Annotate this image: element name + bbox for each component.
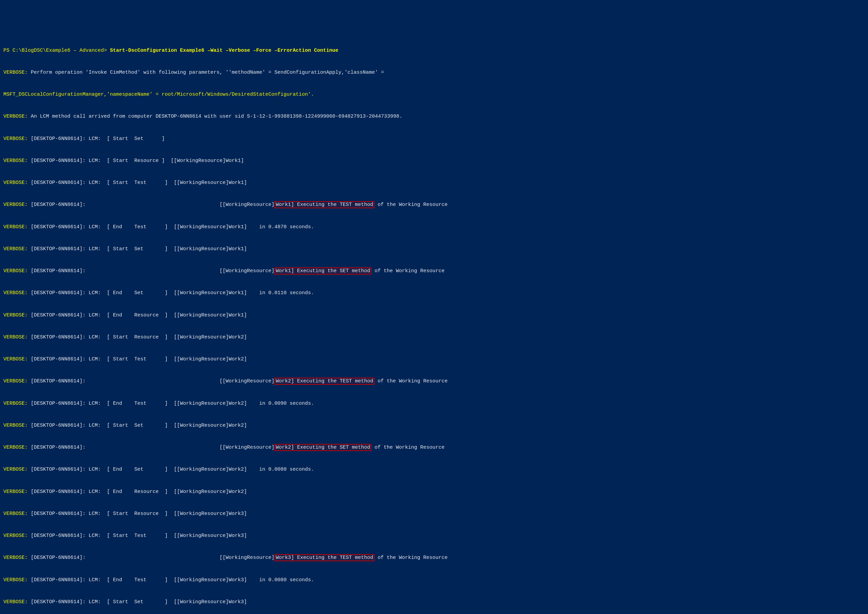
verbose-set-method-1: VERBOSE: [DESKTOP-6NN8614]: [[WorkingRes… xyxy=(3,267,865,275)
verbose-test-method-2: VERBOSE: [DESKTOP-6NN8614]: [[WorkingRes… xyxy=(3,378,865,385)
terminal-window: PS C:\BlogDSC\Example6 – Advanced> Start… xyxy=(3,32,865,614)
verbose-test-method-1: VERBOSE: [DESKTOP-6NN8614]: [[WorkingRes… xyxy=(3,201,865,209)
verbose-start-set-2: VERBOSE: [DESKTOP-6NN8614]: LCM: [ Start… xyxy=(3,422,865,429)
verbose-start-test-2: VERBOSE: [DESKTOP-6NN8614]: LCM: [ Start… xyxy=(3,356,865,363)
verbose-line-1: VERBOSE: Perform operation 'Invoke CimMe… xyxy=(3,69,865,76)
verbose-end-resource-1: VERBOSE: [DESKTOP-6NN8614]: LCM: [ End R… xyxy=(3,312,865,319)
verbose-start-resource-2: VERBOSE: [DESKTOP-6NN8614]: LCM: [ Start… xyxy=(3,334,865,341)
verbose-start-test-3: VERBOSE: [DESKTOP-6NN8614]: LCM: [ Start… xyxy=(3,532,865,540)
verbose-lcm-start-set: VERBOSE: [DESKTOP-6NN8614]: LCM: [ Start… xyxy=(3,135,865,143)
verbose-test-method-3: VERBOSE: [DESKTOP-6NN8614]: [[WorkingRes… xyxy=(3,554,865,561)
verbose-start-set-3: VERBOSE: [DESKTOP-6NN8614]: LCM: [ Start… xyxy=(3,598,865,606)
verbose-end-test-3: VERBOSE: [DESKTOP-6NN8614]: LCM: [ End T… xyxy=(3,577,865,584)
verbose-end-set-1: VERBOSE: [DESKTOP-6NN8614]: LCM: [ End S… xyxy=(3,289,865,297)
verbose-start-resource-3: VERBOSE: [DESKTOP-6NN8614]: LCM: [ Start… xyxy=(3,510,865,518)
verbose-end-test-1: VERBOSE: [DESKTOP-6NN8614]: LCM: [ End T… xyxy=(3,223,865,231)
verbose-set-method-2: VERBOSE: [DESKTOP-6NN8614]: [[WorkingRes… xyxy=(3,444,865,451)
verbose-lcm-start-test-1: VERBOSE: [DESKTOP-6NN8614]: LCM: [ Start… xyxy=(3,179,865,187)
verbose-line-2: MSFT_DSCLocalConfigurationManager,'names… xyxy=(3,91,865,98)
verbose-end-set-2: VERBOSE: [DESKTOP-6NN8614]: LCM: [ End S… xyxy=(3,466,865,473)
verbose-lcm-start-resource-1: VERBOSE: [DESKTOP-6NN8614]: LCM: [ Start… xyxy=(3,157,865,165)
verbose-start-set-1: VERBOSE: [DESKTOP-6NN8614]: LCM: [ Start… xyxy=(3,245,865,253)
verbose-end-resource-2: VERBOSE: [DESKTOP-6NN8614]: LCM: [ End R… xyxy=(3,488,865,496)
verbose-end-test-2: VERBOSE: [DESKTOP-6NN8614]: LCM: [ End T… xyxy=(3,400,865,408)
verbose-line-3: VERBOSE: An LCM method call arrived from… xyxy=(3,113,865,120)
command-line: PS C:\BlogDSC\Example6 – Advanced> Start… xyxy=(3,47,865,54)
